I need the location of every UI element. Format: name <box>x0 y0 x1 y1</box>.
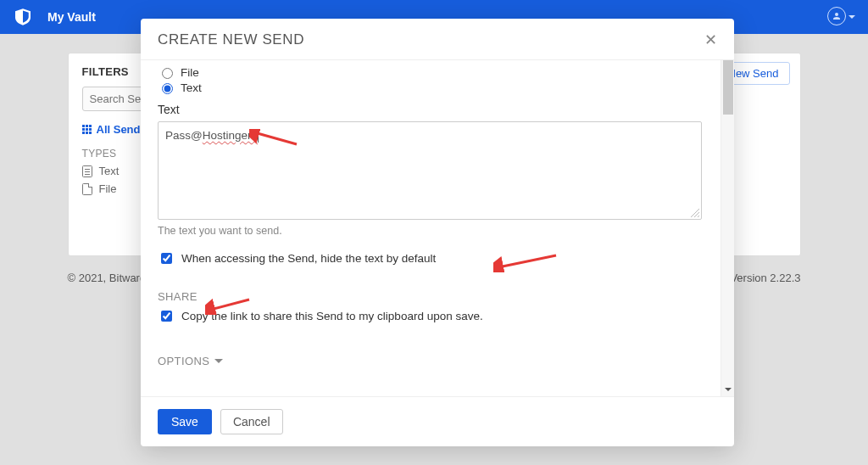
grid-icon <box>82 125 92 134</box>
chevron-down-icon <box>214 359 223 367</box>
radio-text-label: Text <box>181 81 202 94</box>
scroll-thumb[interactable] <box>723 60 733 115</box>
save-button[interactable]: Save <box>158 409 212 434</box>
doc-icon <box>82 165 92 177</box>
radio-text[interactable]: Text <box>158 81 702 94</box>
create-send-modal: CREATE NEW SEND ✕ File Text Text <box>141 19 734 446</box>
options-toggle[interactable]: OPTIONS <box>158 355 702 367</box>
share-heading: SHARE <box>158 290 702 303</box>
options-label: OPTIONS <box>158 355 209 367</box>
modal-body: File Text Text Pass@Hostinger1 The text … <box>141 60 734 396</box>
sidebar-item-label: File <box>99 182 117 195</box>
checkbox-copy-link[interactable]: Copy the link to share this Send to my c… <box>158 308 702 324</box>
close-icon[interactable]: ✕ <box>704 31 717 49</box>
nav-my-vault[interactable]: My Vault <box>42 7 101 27</box>
sidebar-item-label: Text <box>99 165 120 177</box>
modal-title: CREATE NEW SEND <box>158 31 304 48</box>
user-menu-icon[interactable] <box>827 7 846 25</box>
checkbox-hide-text-label: When accessing the Send, hide the text b… <box>181 252 436 265</box>
radio-file[interactable]: File <box>158 65 702 79</box>
scrollbar[interactable] <box>721 60 734 396</box>
footer-version: Version 2.22.3 <box>730 272 800 284</box>
file-icon <box>82 183 92 195</box>
cancel-button[interactable]: Cancel <box>220 409 283 434</box>
checkbox-copy-link-label: Copy the link to share this Send to my c… <box>181 310 483 322</box>
text-help: The text you want to send. <box>158 225 702 237</box>
text-field-label: Text <box>158 103 702 116</box>
radio-file-label: File <box>181 66 199 79</box>
checkbox-hide-text[interactable]: When accessing the Send, hide the text b… <box>158 250 702 266</box>
logo-shield-icon <box>15 8 31 25</box>
text-input[interactable]: Pass@Hostinger1 <box>158 121 702 220</box>
sidebar-item-label: All Sends <box>97 123 147 136</box>
